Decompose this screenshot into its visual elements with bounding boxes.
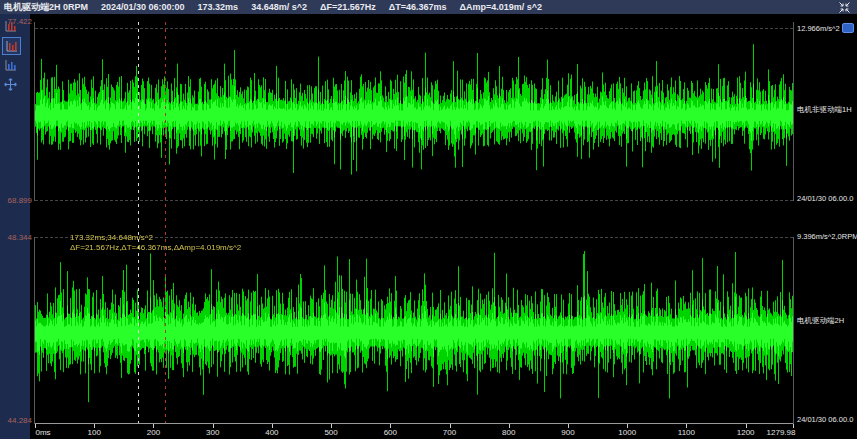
timestamp-label-bottom-chart: 24/01/30 06.00.0 [797, 415, 853, 424]
timestamp-text: 24/01/30 06.00.0 [797, 415, 853, 424]
x-tick-label: 1279.98 [767, 428, 796, 437]
measurement-datetime: 2024/01/30 06:00:00 [101, 2, 185, 12]
cursor-annotation-line2: ΔF=21.567Hz,ΔT=46.367ms,ΔAmp=4.019m/s^2 [70, 243, 241, 253]
marker-value-text: 9.396m/s^2,0RPM [797, 232, 857, 241]
channel-label-text: 电机非驱动端1H [797, 105, 852, 115]
x-tick-label: 300 [206, 428, 219, 437]
x-tick-label: 100 [88, 428, 101, 437]
y-max-label-bottom-chart: 48.344 [0, 233, 32, 242]
secondary-cursor-line[interactable] [165, 22, 166, 423]
cursor-time-readout: 173.32ms [198, 2, 239, 12]
timestamp-label-top-chart: 24/01/30 06.00.0 [797, 194, 853, 203]
channel-label-bottom-chart: 电机驱动端2H [797, 316, 844, 326]
channel-title: 电机驱动端2H 0RPM [4, 1, 88, 14]
x-tick-label: 500 [324, 428, 337, 437]
delta-f-readout: ΔF=21.567Hz [320, 2, 376, 12]
marker-value-bottom-chart: 9.396m/s^2,0RPM [797, 232, 857, 241]
vibration-analyzer-window: 电机驱动端2H 0RPM 2024/01/30 06:00:00 173.32m… [0, 0, 857, 439]
waveform-plot-top-chart[interactable] [35, 22, 793, 200]
x-tick-label: 700 [443, 428, 456, 437]
x-tick-label: 1100 [678, 428, 695, 437]
x-tick-label: 400 [265, 428, 278, 437]
x-tick-label: 1200 [737, 428, 755, 437]
channel-label-text: 电机驱动端2H [797, 316, 844, 326]
marker-value-text: 12.966m/s^2 [797, 24, 840, 33]
header-bar: 电机驱动端2H 0RPM 2024/01/30 06:00:00 173.32m… [0, 0, 857, 14]
x-tick-label: 600 [384, 428, 397, 437]
channel-label-top-chart: 电机非驱动端1H [797, 105, 852, 115]
y-min-label-top-chart: 68.899 [0, 196, 32, 205]
spectrum-blue-icon[interactable] [2, 57, 19, 73]
x-tick-label: 800 [502, 428, 515, 437]
x-tick-label: 200 [147, 428, 160, 437]
timestamp-text: 24/01/30 06.00.0 [797, 194, 853, 203]
pan-move-icon[interactable] [2, 76, 19, 92]
collapse-view-icon[interactable] [838, 1, 851, 14]
left-toolbar [0, 14, 30, 439]
baseline-top-chart [35, 200, 793, 201]
x-tick-label: 900 [561, 428, 574, 437]
cursor-annotation-line1: 173.32ms,34.648m/s^2 [70, 233, 241, 243]
cursor-annotation: 173.32ms,34.648m/s^2 ΔF=21.567Hz,ΔT=46.3… [70, 233, 241, 253]
right-axis-top-chart [793, 22, 794, 201]
x-tick-label: 1000 [618, 428, 636, 437]
right-axis-bottom-chart [793, 237, 794, 424]
delta-t-readout: ΔT=46.367ms [389, 2, 447, 12]
spectrum-selected-icon[interactable] [2, 37, 21, 55]
primary-cursor-line[interactable] [138, 22, 139, 423]
waveform-plot-bottom-chart[interactable] [35, 237, 793, 422]
x-axis-line [35, 423, 793, 424]
marker-value-top-chart: 12.966m/s^2 [797, 23, 854, 33]
marker-badge-icon[interactable] [842, 23, 854, 33]
delta-amp-readout: ΔAmp=4.019m/ s^2 [459, 2, 542, 12]
cursor-amplitude-readout: 34.648m/ s^2 [251, 2, 307, 12]
x-tick-label: 0ms [35, 428, 50, 437]
y-min-label-bottom-chart: 44.284 [0, 416, 32, 425]
y-max-label-top-chart: 77.422 [0, 17, 32, 26]
